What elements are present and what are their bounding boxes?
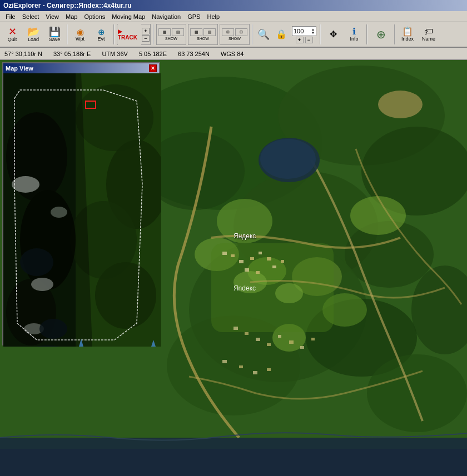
menu-file[interactable]: File [2, 12, 19, 21]
info-button[interactable]: ℹ Info [344, 23, 364, 46]
arrow-cross-button[interactable]: ⊕ [370, 23, 392, 46]
zoom-minus-button[interactable]: − [305, 37, 313, 43]
map-view-close-button[interactable]: ✕ [149, 64, 157, 72]
save-icon: 💾 [49, 27, 61, 37]
svg-point-21 [275, 283, 303, 303]
svg-rect-39 [311, 338, 315, 340]
lock-button[interactable]: 🔒 [273, 23, 290, 46]
toolbar: ✕ Quit 📂 Load 💾 Save ◉ Wpt ⊕ Evt ▶ TRACK… [0, 22, 467, 48]
drag-button[interactable]: ✥ [323, 23, 343, 46]
search-button[interactable]: 🔍 [255, 23, 272, 46]
svg-rect-27 [267, 257, 271, 260]
zoom-plus-button[interactable]: + [296, 37, 304, 43]
drag-icon: ✥ [330, 30, 337, 39]
svg-rect-34 [256, 338, 260, 341]
show-group-1: ▦ ▤ SHOW [156, 24, 186, 45]
evt-icon: ⊕ [98, 28, 105, 36]
index-icon: 📋 [402, 27, 413, 36]
map-view-content[interactable] [3, 73, 161, 347]
svg-rect-41 [239, 365, 243, 368]
track-plus-button[interactable]: + [142, 28, 150, 34]
menu-navigation[interactable]: Navigation [148, 12, 184, 21]
zoom-down-arrow[interactable]: ▼ [311, 31, 315, 34]
utm-easting: 5 05 182E [139, 51, 167, 57]
index-button[interactable]: 📋 Index [398, 23, 418, 46]
toolbar-sep-3 [153, 24, 154, 44]
utm-zone: UTM 36V [102, 51, 127, 57]
svg-rect-25 [250, 257, 254, 260]
svg-rect-38 [300, 346, 304, 349]
show-label-2: SHOW [197, 37, 209, 41]
title-bar: OziExplorer - Селигер::Яndex::4x4tur.ru [0, 0, 467, 11]
show-icon-1[interactable]: ▦ [158, 28, 171, 36]
main-area[interactable]: Яndекс Map View ✕ [0, 60, 467, 476]
svg-marker-67 [3, 73, 92, 347]
svg-rect-43 [267, 368, 271, 371]
show-icon-2[interactable]: ▤ [172, 28, 184, 36]
svg-rect-40 [222, 360, 227, 363]
svg-rect-35 [267, 343, 271, 346]
menu-gps[interactable]: GPS [184, 12, 203, 21]
svg-rect-23 [231, 254, 235, 257]
svg-point-18 [350, 196, 406, 235]
show-icon-6[interactable]: ⊟ [235, 28, 247, 36]
svg-rect-24 [239, 260, 244, 263]
lock-icon: 🔒 [276, 30, 287, 39]
show-label-1: SHOW [165, 37, 177, 41]
wpt-icon: ◉ [77, 28, 84, 36]
datum: WGS 84 [221, 51, 244, 57]
window-title: OziExplorer - Селигер::Яndex::4x4tur.ru [3, 2, 132, 9]
arrow-cross-icon: ⊕ [376, 28, 386, 41]
save-button[interactable]: 💾 Save [44, 23, 64, 46]
svg-rect-22 [222, 252, 227, 255]
show-icon-3[interactable]: ▦ [190, 28, 202, 36]
map-view-window[interactable]: Map View ✕ [2, 62, 160, 345]
map-view-titlebar: Map View ✕ [3, 63, 159, 73]
svg-rect-26 [259, 252, 262, 254]
svg-rect-42 [253, 371, 257, 374]
toolbar-sep-7 [394, 24, 395, 44]
track-minus-button[interactable]: − [142, 35, 150, 42]
svg-rect-37 [289, 340, 294, 344]
track-icon: ▶ TRACK [118, 28, 141, 41]
evt-button[interactable]: ⊕ Evt [91, 23, 111, 46]
svg-rect-48 [0, 449, 467, 476]
svg-rect-31 [256, 271, 260, 274]
svg-point-45 [260, 139, 316, 179]
toolbar-sep-2 [113, 24, 115, 44]
menu-help[interactable]: Help [203, 12, 223, 21]
search-icon: 🔍 [257, 29, 270, 39]
zoom-input[interactable]: 100 ▲ ▼ [292, 26, 316, 36]
toolbar-sep-6 [366, 24, 367, 44]
menu-moving-map[interactable]: Moving Map [108, 12, 148, 21]
toolbar-sep-4 [252, 24, 253, 44]
map-view-title: Map View [6, 65, 33, 72]
menu-map[interactable]: Map [62, 12, 81, 21]
menu-options[interactable]: Options [81, 12, 108, 21]
show-icon-4[interactable]: ▤ [203, 28, 216, 36]
info-icon: ℹ [352, 27, 356, 36]
toolbar-sep-1 [67, 24, 68, 44]
mini-map-terrain [3, 73, 161, 347]
coord-lon: 33° 05,188r E [53, 51, 91, 57]
wpt-button[interactable]: ◉ Wpt [70, 23, 90, 46]
svg-rect-32 [234, 327, 238, 330]
svg-text:Яndекс: Яndекс [234, 284, 256, 292]
name-button[interactable]: 🏷 Name [419, 23, 439, 46]
utm-northing: 63 73 254N [178, 51, 210, 57]
svg-point-11 [367, 354, 467, 432]
svg-rect-29 [281, 260, 284, 263]
svg-rect-19 [211, 243, 334, 332]
quit-icon: ✕ [8, 27, 17, 37]
track-button[interactable]: ▶ TRACK [118, 23, 141, 46]
svg-point-56 [95, 262, 156, 329]
load-button[interactable]: 📂 Load [23, 23, 43, 46]
menu-bar: File Select View Map Options Moving Map … [0, 11, 467, 22]
toolbar-sep-5 [320, 24, 321, 44]
svg-rect-33 [245, 332, 249, 335]
menu-select[interactable]: Select [19, 12, 43, 21]
menu-view[interactable]: View [42, 12, 62, 21]
show-label-3: SHOW [228, 37, 241, 41]
quit-button[interactable]: ✕ Quit [2, 23, 22, 46]
show-icon-5[interactable]: ⊞ [222, 28, 234, 36]
